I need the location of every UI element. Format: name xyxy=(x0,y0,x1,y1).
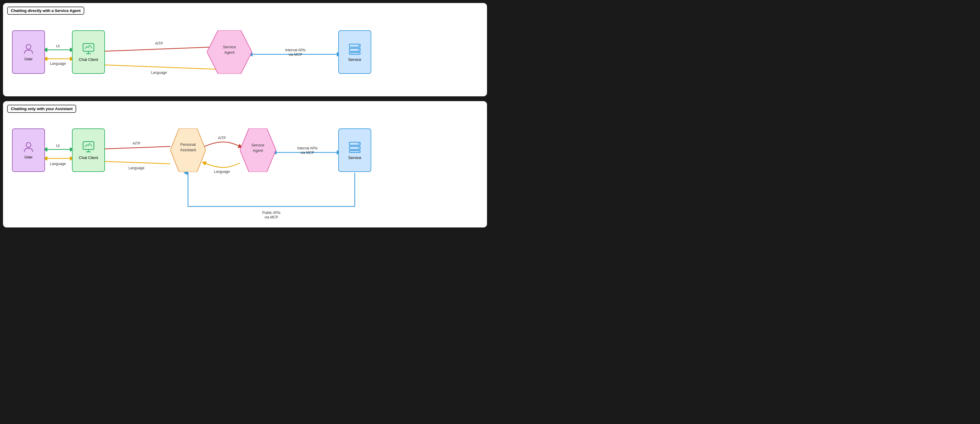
svg-point-6 xyxy=(26,45,31,49)
d2-user-node: User xyxy=(12,128,45,172)
diagram1-canvas: UI Language AITP Language Internal APIs … xyxy=(3,18,487,96)
svg-text:Internal APIs: Internal APIs xyxy=(297,146,318,150)
diagram1-section: Chatting directly with a Service Agent xyxy=(3,3,487,96)
d2-service-label: Service xyxy=(348,155,361,160)
svg-text:Agent: Agent xyxy=(253,148,263,153)
svg-line-24 xyxy=(105,161,170,164)
svg-point-17 xyxy=(358,49,359,50)
svg-text:via MCP: via MCP xyxy=(301,151,314,155)
server-icon xyxy=(348,42,361,56)
d2-chat-label: Chat Client xyxy=(79,155,98,160)
svg-text:Public APIs: Public APIs xyxy=(262,210,281,215)
svg-text:Service: Service xyxy=(251,143,264,147)
svg-text:Language: Language xyxy=(128,166,145,170)
svg-text:Language: Language xyxy=(50,162,66,166)
svg-text:Service: Service xyxy=(223,45,236,49)
d1-service-label: Service xyxy=(348,57,361,62)
user-icon2 xyxy=(22,141,35,153)
d1-language1-label: Language xyxy=(50,62,66,66)
d2-service-node: Service xyxy=(338,128,371,172)
svg-text:Language: Language xyxy=(214,169,230,174)
diagram2-title: Chatting only with your Assistant xyxy=(7,105,76,113)
d1-internalapis-label: Internal APIs xyxy=(285,48,305,52)
svg-point-46 xyxy=(358,143,359,144)
svg-text:AITP: AITP xyxy=(132,141,141,145)
svg-text:Personal: Personal xyxy=(180,142,196,147)
d1-service-node: Service xyxy=(338,30,371,74)
diagram1-title: Chatting directly with a Service Agent xyxy=(7,6,84,15)
svg-text:Assistant: Assistant xyxy=(180,148,196,152)
d2-chat-node: Chat Client xyxy=(72,128,105,172)
d2-personal-assistant-node: Personal Assistant xyxy=(170,128,206,173)
d1-user-node: User xyxy=(12,30,45,74)
d1-service-agent-node: Service Agent xyxy=(207,30,252,75)
d2-service-agent-shape: Service Agent xyxy=(240,128,276,172)
user-icon xyxy=(22,43,35,55)
svg-line-22 xyxy=(105,147,170,149)
d1-ui-label: UI xyxy=(56,44,60,48)
svg-line-3 xyxy=(102,65,218,69)
svg-text:via MCP: via MCP xyxy=(288,53,302,57)
d1-language2-label: Language xyxy=(151,70,167,75)
svg-point-33 xyxy=(26,142,31,147)
d2-service-agent-node: Service Agent xyxy=(240,128,276,173)
diagram2-section: Chatting only with your Assistant UI Lan… xyxy=(3,101,487,228)
svg-rect-45 xyxy=(349,151,360,153)
d1-user-label: User xyxy=(24,57,32,61)
server-icon2 xyxy=(348,140,361,154)
d1-service-agent-shape: Service Agent xyxy=(207,30,252,74)
d1-chat-node: Chat Client xyxy=(72,30,105,74)
svg-rect-15 xyxy=(349,53,360,54)
d2-personal-assistant-shape: Personal Assistant xyxy=(170,128,206,172)
svg-text:via MCP: via MCP xyxy=(264,215,278,219)
svg-line-2 xyxy=(102,47,218,51)
svg-text:AITP: AITP xyxy=(218,136,226,140)
monitor-icon xyxy=(82,42,95,56)
svg-text:UI: UI xyxy=(56,144,60,148)
svg-point-16 xyxy=(358,45,359,46)
diagram2-canvas: UI Language AITP Language AITP Language … xyxy=(3,116,487,228)
d1-chat-label: Chat Client xyxy=(79,57,98,62)
d2-user-label: User xyxy=(24,155,32,159)
svg-point-47 xyxy=(358,147,359,148)
monitor-icon2 xyxy=(82,140,95,154)
d1-aitp-label: AITP xyxy=(155,41,163,46)
svg-text:Agent: Agent xyxy=(224,50,234,54)
